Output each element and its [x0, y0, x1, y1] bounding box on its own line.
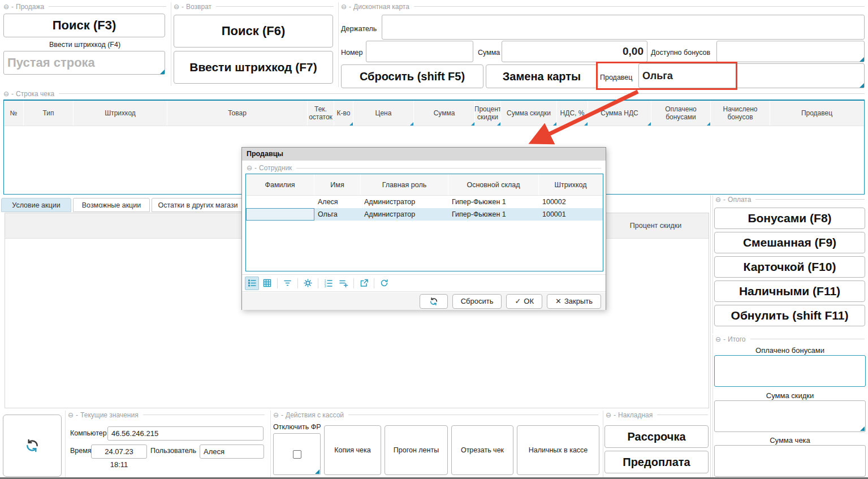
disable-fr-checkbox[interactable] [293, 450, 301, 459]
promo-tab[interactable]: Возможные акции [73, 198, 150, 212]
group-title: Продажа [16, 3, 44, 11]
refresh-button[interactable] [3, 415, 62, 477]
employees-column-header[interactable]: Главная роль [361, 174, 448, 195]
receipt-column-header[interactable]: НДС, % [557, 101, 588, 126]
receipt-column-header[interactable]: Сумма скидки [501, 101, 557, 126]
numbered-list-icon[interactable]: 123 [321, 277, 335, 290]
return-search-button[interactable]: Поиск (F6) [174, 15, 333, 48]
list-view-icon[interactable] [245, 277, 259, 290]
bonus-paid-label: Оплачено бонусами [713, 346, 867, 355]
pos-window: ⊖- Продажа Поиск (F3) Ввести штрихкод (F… [0, 0, 868, 479]
prepayment-button[interactable]: Предоплата [604, 451, 709, 473]
employee-row[interactable]: ОльгаАдминистраторГипер-Фьюжен 1100001 [246, 208, 603, 221]
cash-action-button[interactable]: Наличных в кассе [517, 425, 599, 475]
time-value[interactable]: 24.07.23 18:11 [91, 445, 147, 459]
employee-cell[interactable] [246, 196, 314, 208]
toolbar-separator [353, 278, 354, 288]
employee-row[interactable]: АлесяАдминистраторГипер-Фьюжен 1100002 [246, 196, 603, 208]
payment-button[interactable]: Наличными (F11) [714, 281, 865, 302]
receipt-column-header[interactable]: Сумма НДС [588, 101, 651, 126]
employees-column-header[interactable]: Штрихкод [539, 174, 603, 195]
amount-input[interactable] [502, 41, 647, 62]
reload-icon[interactable] [377, 277, 391, 290]
employees-column-header[interactable]: Основной склад [448, 174, 539, 195]
employee-cell[interactable]: Ольга [314, 208, 361, 221]
dialog-title[interactable]: Продавцы [242, 148, 606, 161]
filter-icon[interactable] [280, 277, 295, 290]
payment-button[interactable]: Карточкой (F10) [714, 256, 865, 278]
card-reset-button[interactable]: Сбросить (shift F5) [341, 64, 483, 88]
computer-value[interactable]: 46.56.246.215 [107, 426, 264, 441]
receipt-column-header[interactable]: Процент скидки [475, 101, 501, 126]
promo-tabs: Условие акцииВозможные акцииОстатки в др… [1, 198, 244, 212]
seller-input[interactable] [638, 63, 865, 88]
receipt-column-header[interactable]: К-во [334, 101, 353, 126]
card-number-input[interactable] [366, 41, 473, 62]
grid-icon[interactable] [260, 277, 274, 290]
collapse-icon[interactable]: ⊖ [715, 196, 721, 203]
sale-barcode-input[interactable] [3, 51, 165, 75]
payment-group: ⊖- Оплата Бонусами (F8)Смешанная (F9)Кар… [712, 195, 867, 334]
collapse-icon[interactable]: ⊖ [715, 336, 721, 343]
employee-cell[interactable]: Администратор [361, 196, 448, 208]
employee-cell[interactable]: 100002 [539, 196, 603, 208]
receipt-column-header[interactable]: Цена [353, 101, 414, 126]
payment-button[interactable]: Обнулить (shift F11) [714, 305, 865, 326]
receipt-column-header[interactable]: № [4, 101, 24, 126]
receipt-sum-input[interactable] [714, 445, 866, 477]
settings-icon[interactable] [301, 277, 315, 290]
dialog-close-button[interactable]: ✕ Закрыть [547, 294, 601, 309]
dialog-reset-button[interactable]: Сбросить [452, 294, 502, 309]
receipt-column-header[interactable]: Тек. остаток [308, 101, 334, 126]
collapse-icon[interactable]: ⊖ [3, 3, 9, 10]
receipt-column-header[interactable]: Товар [167, 101, 308, 126]
sort-grip-icon [349, 122, 353, 126]
bonus-paid-input[interactable] [714, 355, 866, 387]
sale-search-button[interactable]: Поиск (F3) [3, 14, 165, 37]
card-replace-button[interactable]: Замена карты [486, 64, 598, 88]
cash-action-button[interactable]: Отрезать чек [451, 425, 513, 475]
receipt-column-header[interactable]: Начислено бонусов [711, 101, 770, 126]
user-value[interactable]: Алеся [200, 445, 264, 459]
dialog-ok-button[interactable]: ✓ ОК [506, 294, 542, 309]
collapse-icon[interactable]: ⊖ [606, 412, 611, 418]
receipt-group-header: ⊖- Строка чека [1, 89, 867, 98]
group-title: Итого [728, 335, 745, 343]
sellers-dialog: Продавцы ⊖- Сотрудник ФамилияИмяГлавная … [241, 147, 606, 310]
receipt-column-header[interactable]: Тип [24, 101, 74, 126]
collapse-icon[interactable]: ⊖ [3, 90, 9, 97]
collapse-icon[interactable]: ⊖ [247, 165, 252, 171]
cash-action-button[interactable]: Копия чека [324, 425, 381, 475]
cash-action-button[interactable]: Прогон ленты [385, 425, 448, 475]
receipt-column-header[interactable]: Продавец [770, 101, 864, 126]
employee-cell[interactable]: Гипер-Фьюжен 1 [448, 208, 539, 221]
employee-cell[interactable] [246, 208, 314, 221]
discount-sum-input[interactable] [714, 400, 866, 432]
employee-cell[interactable]: Алеся [314, 196, 361, 208]
installment-button[interactable]: Рассрочка [604, 425, 709, 448]
payment-button[interactable]: Смешанная (F9) [714, 232, 865, 253]
employee-cell[interactable]: 100001 [539, 208, 603, 221]
promo-tab[interactable]: Условие акции [1, 198, 71, 212]
holder-input[interactable] [382, 15, 865, 40]
dialog-refresh-button[interactable] [420, 294, 448, 309]
collapse-icon[interactable]: ⊖ [68, 412, 74, 418]
receipt-column-header[interactable]: Оплачено бонусами [651, 101, 711, 126]
promo-col-discount[interactable]: Процент скидки [603, 213, 709, 238]
promo-tab[interactable]: Остатки в других магази [152, 198, 244, 212]
collapse-icon[interactable]: ⊖ [341, 3, 347, 10]
employee-cell[interactable]: Гипер-Фьюжен 1 [448, 196, 539, 208]
collapse-icon[interactable]: ⊖ [174, 3, 179, 10]
employees-column-header[interactable]: Имя [314, 174, 361, 195]
employees-column-header[interactable]: Фамилия [246, 174, 314, 195]
receipt-column-header[interactable]: Штрихкод [74, 101, 167, 126]
add-row-icon[interactable] [336, 277, 351, 290]
sort-grip-icon [553, 122, 556, 126]
available-bonus-input[interactable] [716, 41, 865, 62]
return-barcode-button[interactable]: Ввести штрихкод (F7) [174, 51, 333, 84]
collapse-icon[interactable]: ⊖ [273, 412, 279, 418]
payment-button[interactable]: Бонусами (F8) [714, 208, 865, 229]
receipt-column-header[interactable]: Сумма [414, 101, 475, 126]
employee-cell[interactable]: Администратор [361, 208, 448, 221]
export-icon[interactable] [357, 277, 371, 290]
